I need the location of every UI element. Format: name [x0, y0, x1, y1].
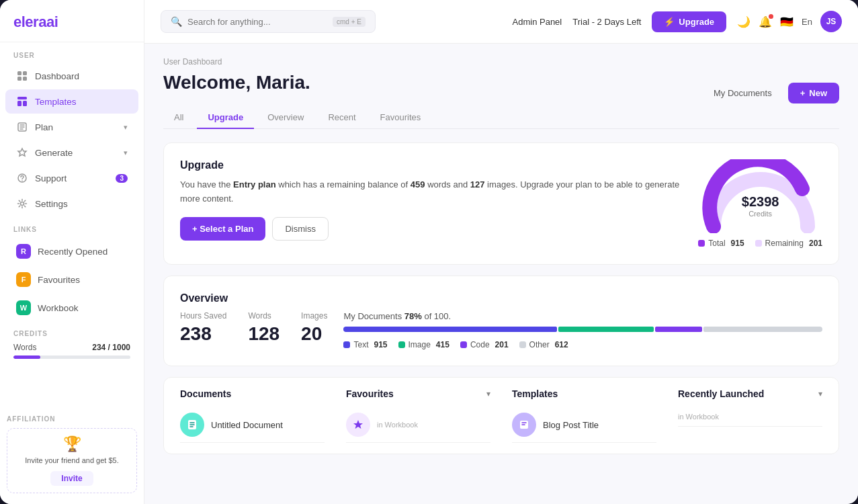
legend-image: Image 415	[398, 340, 449, 349]
search-box[interactable]: 🔍 cmd + E	[161, 10, 376, 33]
legend-code: Code 201	[460, 340, 509, 349]
overview-card: Overview Hours Saved 238 Words 128	[163, 276, 839, 366]
search-input[interactable]	[187, 17, 327, 27]
new-button[interactable]: + New	[788, 83, 839, 103]
sidebar-item-label: Plan	[35, 122, 53, 132]
sidebar-item-templates[interactable]: Templates	[5, 89, 138, 114]
chevron-down-icon: ▾	[124, 149, 128, 157]
tab-overview[interactable]: Overview	[257, 107, 314, 129]
grid-icon	[16, 70, 28, 82]
sidebar-item-settings[interactable]: Settings	[5, 192, 138, 216]
sidebar-item-plan[interactable]: Plan ▾	[5, 115, 138, 139]
svg-point-9	[22, 180, 23, 181]
sidebar-item-label: Support	[35, 173, 67, 183]
workbook-badge: W	[16, 300, 31, 315]
legend-text: Text 915	[343, 340, 387, 349]
sidebar-item-label: Favourites	[38, 275, 80, 285]
legend-total: Total 915	[698, 239, 744, 248]
svg-rect-6	[23, 101, 27, 106]
lightning-icon: ⚡	[664, 17, 675, 27]
recently-opened-badge: R	[16, 244, 31, 259]
trial-label: Trial - 2 Days Left	[572, 17, 641, 27]
credits-progress-bar	[13, 355, 130, 359]
language-label[interactable]: En	[802, 17, 812, 27]
templates-section: Templates Blog Post Title	[512, 388, 656, 443]
sidebar-item-label: Dashboard	[35, 71, 79, 81]
sidebar-item-dashboard[interactable]: Dashboard	[5, 64, 138, 88]
legend-total-dot	[698, 240, 705, 247]
section-links-label: LINKS	[0, 216, 144, 237]
legend-remaining-dot	[755, 240, 762, 247]
sidebar-item-favourites[interactable]: F Favourites	[5, 266, 138, 293]
tab-recent[interactable]: Recent	[317, 107, 366, 129]
bar-legend: Text 915 Image 415 Cod	[343, 340, 822, 349]
notifications-icon[interactable]: 🔔	[759, 15, 772, 28]
breadcrumb: User Dashboard	[163, 57, 839, 67]
recently-launched-chevron[interactable]: ▾	[818, 389, 822, 398]
support-icon	[16, 172, 28, 184]
document-item[interactable]: Untitled Document	[180, 407, 325, 443]
stat-images: Images 20	[301, 311, 327, 349]
sidebar-item-label: Generate	[35, 148, 73, 158]
template-item[interactable]: Blog Post Title	[512, 407, 656, 443]
favourites-item[interactable]: in Workbook	[346, 407, 490, 443]
sidebar-item-workbook[interactable]: W Workbook	[5, 294, 138, 321]
sidebar-item-support[interactable]: Support 3	[5, 166, 138, 190]
affiliation-icon: 🏆	[14, 435, 130, 453]
bottom-card: Documents Untitled Document	[163, 377, 839, 454]
upgrade-button[interactable]: ⚡ Upgrade	[652, 11, 726, 32]
user-avatar[interactable]: JS	[820, 11, 842, 32]
tab-all[interactable]: All	[163, 107, 194, 129]
cards-area: Upgrade You have the Entry plan which ha…	[163, 142, 839, 454]
my-documents-link[interactable]: My Documents	[714, 88, 772, 98]
template-icon-item	[512, 413, 536, 437]
favourites-section: Favourites ▾ in Workbook	[346, 388, 490, 443]
donut-legend: Total 915 Remaining 201	[698, 239, 822, 248]
search-shortcut: cmd + E	[333, 17, 366, 27]
sidebar-item-label: Templates	[35, 97, 77, 107]
sidebar-item-label: Workbook	[38, 303, 79, 313]
donut-label: Credits	[742, 210, 779, 218]
page-content: User Dashboard Welcome, Maria. My Docume…	[144, 44, 858, 504]
support-badge: 3	[116, 174, 128, 183]
sidebar-item-label: Recently Opened	[38, 247, 108, 257]
generate-icon	[16, 146, 28, 159]
docs-header: My Documents 78% of 100.	[343, 311, 822, 321]
main-area: 🔍 cmd + E Admin Panel Trial - 2 Days Lef…	[144, 0, 858, 504]
chevron-down-icon: ▾	[124, 123, 128, 132]
fav-icon	[346, 413, 370, 437]
select-plan-button[interactable]: + Select a Plan	[180, 217, 265, 241]
app-header: 🔍 cmd + E Admin Panel Trial - 2 Days Lef…	[144, 0, 858, 44]
bar-other	[703, 327, 822, 332]
credits-count: 234 / 1000	[92, 343, 130, 352]
tab-favourites[interactable]: Favourites	[370, 107, 432, 129]
upgrade-card: Upgrade You have the Entry plan which ha…	[163, 142, 839, 265]
credits-words-label: Words	[13, 343, 36, 352]
content-header: Welcome, Maria. My Documents + New	[163, 72, 839, 104]
tab-upgrade[interactable]: Upgrade	[197, 107, 254, 129]
dismiss-button[interactable]: Dismiss	[272, 217, 329, 241]
plus-icon: +	[800, 88, 806, 98]
dark-mode-icon[interactable]: 🌙	[737, 15, 750, 28]
template-name: Blog Post Title	[543, 420, 599, 430]
donut-value: $2398	[742, 194, 779, 210]
bar-code	[655, 327, 703, 332]
stat-words: Words 128	[248, 311, 280, 349]
app-logo: eleraai	[13, 13, 130, 31]
svg-rect-5	[17, 101, 22, 106]
affiliation-text: Invite your friend and get $5.	[14, 456, 130, 466]
recently-launched-title: Recently Launched	[678, 388, 764, 399]
sidebar-item-generate[interactable]: Generate ▾	[5, 140, 138, 165]
bar-image	[558, 327, 653, 332]
language-flag[interactable]: 🇩🇪	[780, 15, 793, 28]
recently-launched-section: Recently Launched ▾ in Workbook	[678, 388, 822, 443]
sidebar-item-recently-opened[interactable]: R Recently Opened	[5, 238, 138, 265]
invite-button[interactable]: Invite	[50, 471, 93, 486]
svg-rect-2	[17, 77, 22, 81]
favourites-chevron[interactable]: ▾	[486, 389, 490, 398]
recently-launched-item[interactable]: in Workbook	[678, 407, 822, 427]
svg-rect-4	[17, 97, 27, 99]
overview-title: Overview	[180, 292, 822, 304]
admin-panel-link[interactable]: Admin Panel	[513, 17, 562, 27]
favourites-title: Favourites	[346, 388, 394, 399]
